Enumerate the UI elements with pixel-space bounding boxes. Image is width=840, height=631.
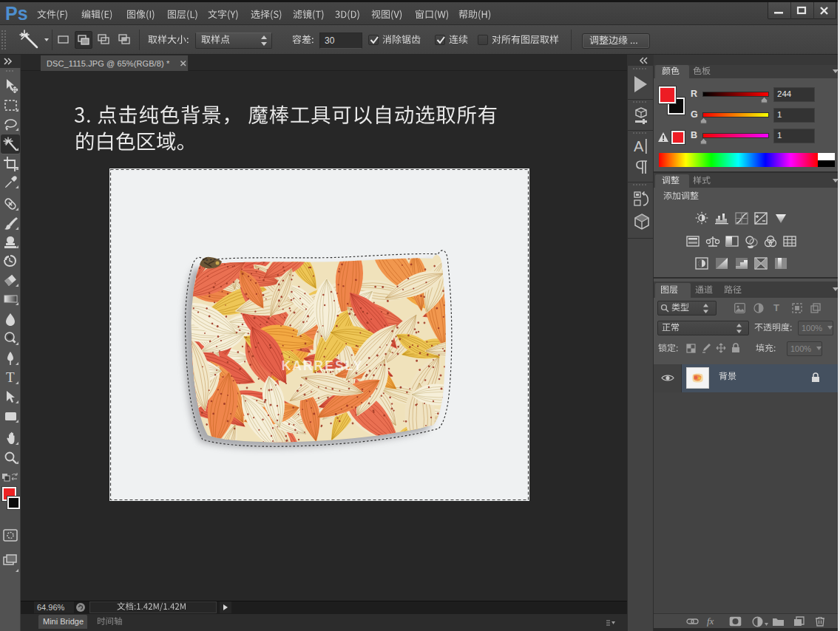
svg-text:KARRESLY: KARRESLY	[282, 358, 364, 373]
svg-text:A: A	[634, 138, 644, 154]
svg-text:T: T	[6, 369, 15, 385]
